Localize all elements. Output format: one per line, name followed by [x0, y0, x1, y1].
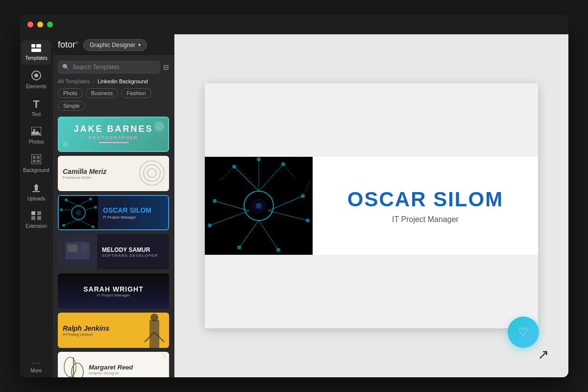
- filter-tab-business[interactable]: Business: [86, 88, 119, 98]
- svg-point-36: [64, 357, 76, 377]
- filter-tab-simple[interactable]: Simple: [58, 101, 85, 111]
- templates-icon: [31, 44, 41, 53]
- search-bar: 🔍 ⊟: [53, 56, 174, 76]
- svg-point-57: [257, 157, 261, 161]
- chevron-down-icon: ▾: [138, 42, 141, 48]
- template-card-melody-samur[interactable]: MELODY SAMUR SOFTWARE DEVELOPER: [58, 234, 169, 270]
- sidebar-item-text[interactable]: T Text: [22, 95, 51, 121]
- svg-rect-8: [32, 191, 40, 192]
- svg-point-24: [62, 224, 65, 227]
- sidebar-item-label: Elements: [26, 84, 47, 89]
- breadcrumb-separator: ›: [93, 78, 95, 84]
- template-name: Margaret Reed: [89, 364, 164, 371]
- sidebar-item-label: Text: [32, 112, 41, 117]
- filter-tab-photo[interactable]: Photo: [58, 88, 83, 98]
- svg-point-25: [92, 225, 95, 228]
- templates-panel: fotor® Graphic Designer ▾ 🔍 ⊟ All Templa…: [53, 34, 174, 377]
- extension-icon: [31, 211, 41, 221]
- svg-point-62: [213, 199, 217, 203]
- sidebar-item-label: Background: [23, 168, 49, 173]
- svg-point-60: [237, 245, 241, 249]
- template-subtitle: PHOTOGRAPHER: [74, 135, 153, 140]
- text-icon: T: [33, 99, 39, 110]
- sidebar-item-label: Photos: [28, 139, 44, 145]
- sidebar-item-templates[interactable]: Templates: [22, 40, 51, 65]
- sidebar-item-label: More: [31, 368, 42, 373]
- filter-icon[interactable]: ⊟: [163, 63, 169, 71]
- search-input[interactable]: [73, 64, 156, 71]
- close-button[interactable]: [27, 22, 33, 27]
- svg-point-22: [65, 198, 68, 201]
- canvas-banner-text: OSCAR SILOM IT Project Manager: [313, 157, 538, 255]
- template-name: OSCAR SILOM: [103, 206, 163, 214]
- favorite-icon: ♡: [162, 354, 166, 359]
- filter-tabs: Photo Business Fashion Simple: [53, 86, 174, 115]
- title-bar: [20, 15, 568, 34]
- elements-icon: [31, 71, 41, 82]
- template-card-sarah-wright[interactable]: SARAH WRIGHT IT Project Manager: [58, 273, 169, 309]
- svg-rect-32: [149, 320, 159, 348]
- sidebar-item-photos[interactable]: Photos: [22, 123, 51, 148]
- app-window: Templates Elements T Text: [20, 15, 568, 377]
- canvas-main-name: OSCAR SILOM: [347, 188, 503, 211]
- svg-rect-12: [37, 216, 41, 220]
- maximize-button[interactable]: [47, 22, 53, 27]
- cursor-indicator: ↗: [538, 346, 549, 363]
- sidebar-item-extension[interactable]: Extension: [22, 207, 51, 233]
- sidebar-item-label: Extension: [25, 223, 47, 229]
- svg-rect-11: [31, 216, 35, 220]
- sidebar-item-more[interactable]: ··· More: [22, 355, 51, 377]
- app-body: Templates Elements T Text: [20, 34, 568, 377]
- svg-point-58: [301, 194, 305, 198]
- canvas-frame: OSCAR SILOM IT Project Manager: [205, 83, 538, 328]
- breadcrumb-root[interactable]: All Templates: [58, 78, 90, 84]
- svg-rect-1: [36, 44, 41, 48]
- graphic-designer-dropdown[interactable]: Graphic Designer ▾: [83, 39, 147, 51]
- svg-point-56: [281, 162, 285, 166]
- svg-point-61: [276, 248, 280, 252]
- svg-point-42: [256, 203, 262, 209]
- svg-point-55: [232, 165, 236, 169]
- heart-icon: ♡: [518, 326, 528, 339]
- sidebar-item-uploads[interactable]: Uploads: [22, 179, 51, 205]
- sidebar-item-elements[interactable]: Elements: [22, 67, 51, 93]
- uploads-icon: [31, 183, 41, 194]
- template-card-ralph-jenkins[interactable]: Ralph Jenkins A Photog Lecture: [58, 313, 169, 348]
- svg-rect-2: [31, 49, 41, 52]
- svg-point-15: [75, 210, 81, 216]
- svg-point-6: [33, 129, 35, 131]
- more-icon: ···: [32, 359, 41, 366]
- search-input-wrap[interactable]: 🔍: [58, 61, 160, 74]
- template-card-margaret-reed[interactable]: Margaret Reed Graphic Designer ♡: [58, 352, 169, 377]
- breadcrumb: All Templates › Linkedin Background: [53, 76, 174, 86]
- svg-point-4: [34, 74, 38, 77]
- canvas-banner: OSCAR SILOM IT Project Manager: [205, 157, 538, 255]
- template-name: SARAH WRIGHT: [83, 285, 143, 293]
- svg-rect-10: [37, 211, 41, 215]
- minimize-button[interactable]: [37, 22, 43, 27]
- templates-list: JAKE BARNES PHOTOGRAPHER Camilla Meriz F…: [53, 115, 174, 377]
- canvas-banner-image: [205, 157, 313, 255]
- canvas-bottom-space: [205, 255, 538, 328]
- template-card-jake-barnes[interactable]: JAKE BARNES PHOTOGRAPHER: [58, 117, 169, 152]
- template-card-camilla-meriz[interactable]: Camilla Meriz Freelance Writer: [58, 156, 169, 191]
- save-favorite-button[interactable]: ♡: [508, 317, 539, 348]
- template-subtitle: IT Project Manager: [97, 293, 130, 297]
- template-name: JAKE BARNES: [74, 124, 153, 134]
- template-subtitle: Graphic Designer: [89, 371, 164, 375]
- sidebar-item-label: Templates: [25, 55, 48, 61]
- svg-rect-9: [31, 211, 35, 215]
- svg-rect-30: [68, 245, 77, 252]
- search-icon: 🔍: [62, 64, 70, 71]
- photos-icon: [31, 127, 41, 137]
- sidebar-icons: Templates Elements T Text: [20, 34, 53, 377]
- template-card-oscar-silom[interactable]: OSCAR SILOM IT Project Manager: [58, 195, 169, 230]
- svg-point-27: [94, 206, 97, 209]
- canvas-top-space: [205, 83, 538, 157]
- filter-tab-fashion[interactable]: Fashion: [121, 88, 151, 98]
- svg-point-59: [306, 219, 310, 222]
- svg-point-31: [81, 244, 89, 252]
- sidebar-item-background[interactable]: Background: [22, 150, 51, 177]
- background-icon: [31, 154, 41, 166]
- svg-point-26: [60, 208, 63, 211]
